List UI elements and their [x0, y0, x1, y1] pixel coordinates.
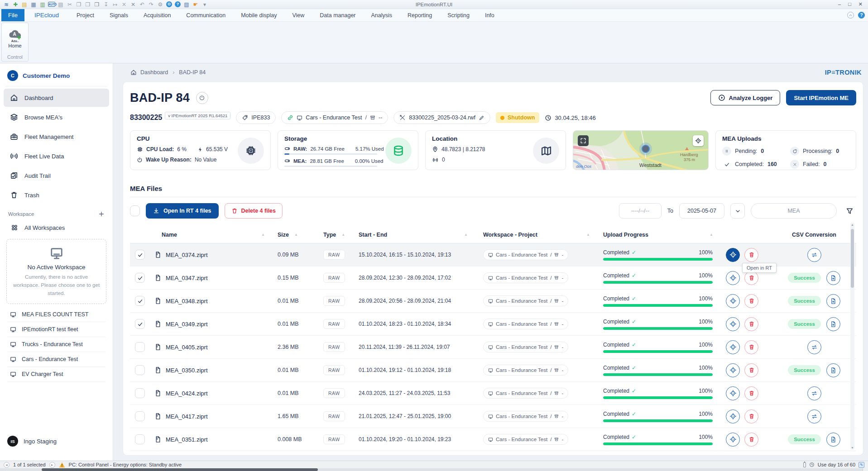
service-wrench-icon[interactable]: ⚙	[166, 1, 172, 7]
sort-icon[interactable]: ▲	[294, 233, 298, 237]
analyze-logger-button[interactable]: Analyze Logger	[710, 90, 781, 105]
date-to-field[interactable]: 2025-05-07	[679, 203, 724, 219]
sort-icon[interactable]: ▲	[341, 233, 345, 237]
menu-tab-signals[interactable]: Signals	[102, 9, 136, 21]
open-file-icon[interactable]: ▤	[20, 1, 29, 8]
delete-file-button[interactable]	[744, 248, 758, 262]
sidebar-item-fleet-live-data[interactable]: Fleet Live Data	[4, 147, 109, 165]
open-in-rt-button[interactable]	[726, 340, 740, 354]
row-checkbox[interactable]	[135, 296, 145, 306]
file-name[interactable]: MEA_0349.ziprt	[166, 321, 208, 328]
close-button[interactable]: ✕	[858, 1, 863, 7]
copy-icon[interactable]: ❐	[74, 1, 83, 8]
table-scrollbar[interactable]: ▲ ▼	[850, 223, 854, 450]
menu-tab-acquisition[interactable]: Acquisition	[136, 9, 178, 21]
row-checkbox[interactable]	[135, 365, 145, 375]
csv-convert-button[interactable]	[807, 340, 821, 354]
menu-tab-analysis[interactable]: Analysis	[364, 9, 400, 21]
delete-file-button[interactable]	[744, 340, 758, 354]
scroll-up-icon[interactable]: ▲	[850, 223, 854, 226]
menu-tab-info[interactable]: Info	[477, 9, 502, 21]
row-checkbox[interactable]	[135, 342, 145, 352]
workspace-project-chip[interactable]: Cars - Endurance Test / -	[483, 342, 568, 352]
delete-file-button[interactable]	[744, 271, 758, 285]
open-in-rt-button[interactable]	[726, 271, 740, 285]
sidebar-item-browse-meas[interactable]: Browse MEA's	[4, 108, 109, 126]
workspace-item[interactable]: IPEmotionRT test fleet	[7, 322, 106, 337]
collapse-ribbon-icon[interactable]	[847, 12, 854, 19]
map-preview[interactable]: den Oos Weststadt Hardberg 375 m	[573, 130, 709, 170]
add-workspace-button[interactable]	[98, 211, 105, 217]
row-checkbox[interactable]	[135, 411, 145, 421]
export-file-icon[interactable]: ↦	[110, 1, 120, 8]
help-icon[interactable]: ?	[858, 12, 865, 19]
table-row[interactable]: MEA_0348.ziprt 0.01 MB RAW 28.09.2024, 2…	[130, 290, 856, 313]
workspace-project-chip[interactable]: Cars - Endurance Test / -	[483, 295, 568, 306]
new-file-icon[interactable]: ✚	[11, 1, 20, 8]
cut-icon[interactable]: ✂	[65, 1, 74, 8]
paste-special-icon[interactable]: ❒	[92, 1, 101, 8]
row-checkbox[interactable]	[135, 388, 145, 398]
workspace-project-chip[interactable]: Cars - Endurance Test / -	[483, 365, 568, 376]
start-ipemotion-me-button[interactable]: Start IPEmotion ME	[786, 90, 856, 105]
workspace-project-chip[interactable]: Cars - Endurance Test / -	[483, 249, 568, 260]
file-name[interactable]: MEA_0405.ziprt	[166, 344, 208, 351]
hand-pointer-icon[interactable]: ☛	[191, 1, 200, 8]
file-name[interactable]: MEA_0374.ziprt	[166, 252, 208, 258]
table-row[interactable]: MEA_0350.ziprt 0.01 MB RAW 01.10.2024, 1…	[130, 359, 856, 382]
open-in-rt-button[interactable]	[726, 409, 740, 423]
workspace-project-chip[interactable]: Cars - Endurance Test / -	[483, 411, 568, 422]
sort-icon[interactable]: ▲	[261, 233, 265, 237]
undo-icon[interactable]: ↶	[138, 1, 147, 8]
toolbar-more-icon[interactable]: ▾	[200, 1, 209, 8]
csv-convert-button[interactable]	[807, 386, 821, 400]
power-button[interactable]	[196, 92, 208, 104]
open-in-rt-button[interactable]	[726, 433, 740, 447]
workspace-project-chip[interactable]: Cars - Endurance Test / -	[483, 434, 568, 445]
settings-gear-icon[interactable]: ⚙	[156, 1, 165, 8]
csv-download-button[interactable]	[826, 363, 840, 377]
redo-icon[interactable]: ↷	[147, 1, 156, 8]
delete-file-button[interactable]	[744, 433, 758, 447]
menu-tab-reporting[interactable]: Reporting	[400, 9, 440, 21]
workspace-item[interactable]: MEA FILES COUNT TEST	[7, 307, 106, 322]
workspace-item[interactable]: Trucks - Endurance Test	[7, 337, 106, 352]
date-from-field[interactable]: ----/--/--	[619, 203, 662, 219]
csv-convert-button[interactable]	[807, 248, 821, 262]
sort-icon[interactable]: ▲	[710, 233, 713, 237]
paste-icon[interactable]: ❒	[83, 1, 92, 8]
delete-file-button[interactable]	[744, 294, 758, 308]
file-name[interactable]: MEA_0347.ziprt	[166, 275, 208, 281]
sidebar-item-trash[interactable]: Trash	[4, 186, 109, 204]
menu-tab-data-manager[interactable]: Data manager	[312, 9, 363, 21]
customer-selector[interactable]: C Customer Demo	[0, 69, 113, 82]
workspace-project-chip[interactable]: Cars - Endurance Test / -	[483, 272, 568, 283]
file-name[interactable]: MEA_0350.ziprt	[166, 367, 208, 374]
sidebar-item-dashboard[interactable]: Dashboard	[4, 89, 109, 107]
delete-file-button[interactable]	[744, 386, 758, 400]
table-row[interactable]: MEA_0405.ziprt 2.36 MB RAW 20.11.2024, 1…	[130, 336, 856, 359]
open-in-rt-button[interactable]	[726, 386, 740, 400]
save-as-icon[interactable]: ▥	[38, 1, 47, 8]
workspace-item[interactable]: EV Charger Test	[7, 367, 106, 382]
workspace-item[interactable]: Cars - Endurance Test	[7, 352, 106, 367]
device-model-badge[interactable]: IPE833	[236, 111, 276, 124]
file-name[interactable]: MEA_0348.ziprt	[166, 298, 208, 304]
menu-tab-project[interactable]: Project	[69, 9, 102, 21]
menu-tab-ipecloud[interactable]: IPEcloud	[24, 9, 69, 21]
minimize-button[interactable]: –	[838, 1, 841, 7]
workspace-link-badge[interactable]: Cars - Endurance Test / --	[281, 111, 388, 124]
menu-tab-mobile-display[interactable]: Mobile display	[233, 9, 284, 21]
table-row[interactable]: MEA_0351.ziprt 0.008 MB RAW 01.10.2024, …	[130, 428, 856, 451]
table-row[interactable]: MEA_0417.ziprt 1.65 MB RAW 21.01.2025, 1…	[130, 405, 856, 428]
horizontal-scrollbar[interactable]	[0, 468, 868, 471]
edit-panel-icon[interactable]: ✎	[858, 462, 864, 468]
row-checkbox[interactable]	[135, 250, 145, 260]
scrollbar-thumb[interactable]	[851, 229, 854, 288]
delete-files-button[interactable]: Delete 4 files	[225, 203, 283, 219]
column-upload-progress[interactable]: Upload Progress	[603, 232, 648, 238]
breadcrumb-dashboard[interactable]: Dashboard	[140, 69, 168, 76]
open-in-rt-button[interactable]	[726, 363, 740, 377]
column-size[interactable]: Size	[278, 232, 289, 238]
csv-download-button[interactable]	[826, 317, 840, 331]
